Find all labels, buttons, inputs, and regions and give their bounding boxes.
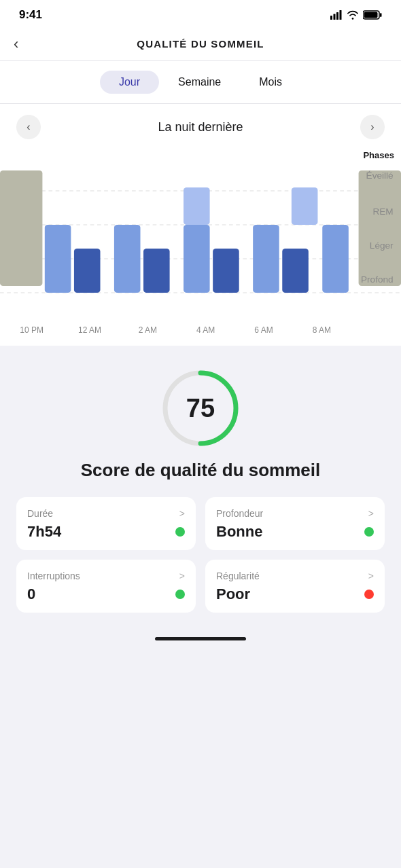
back-button[interactable]: ‹: [14, 35, 18, 53]
metric-header-regularite: Régularité >: [216, 571, 374, 581]
metric-card-duree[interactable]: Durée > 7h54: [16, 497, 196, 550]
signal-icon: [330, 10, 343, 20]
svg-text:Éveillé: Éveillé: [366, 171, 394, 181]
metric-label-interruptions: Interruptions: [27, 571, 80, 581]
svg-rect-20: [253, 225, 279, 293]
metric-value-row-interruptions: 0: [27, 585, 185, 603]
metric-chevron-regularite: >: [368, 571, 374, 581]
svg-rect-3: [340, 10, 342, 20]
metric-value-row-duree: 7h54: [27, 523, 185, 541]
tab-mois[interactable]: Mois: [240, 71, 301, 94]
svg-rect-23: [322, 225, 349, 293]
svg-text:Profond: Profond: [361, 275, 394, 285]
chart-container: Phases: [0, 150, 401, 346]
score-section: 75 Score de qualité du sommeil Durée > 7…: [0, 346, 401, 629]
status-icons: [330, 10, 382, 20]
svg-text:REM: REM: [372, 207, 393, 217]
metric-chevron-interruptions: >: [179, 571, 185, 581]
metric-chevron-duree: >: [179, 508, 185, 519]
chart-area: Éveillé REM Léger Profond: [0, 150, 401, 320]
svg-rect-11: [0, 170, 42, 286]
status-bar: 9:41: [0, 0, 401, 27]
tab-semaine[interactable]: Semaine: [159, 71, 240, 94]
metric-label-duree: Durée: [27, 508, 53, 519]
x-label-2: 2 AM: [119, 325, 177, 335]
metric-dot-profondeur: [364, 527, 374, 537]
status-time: 9:41: [19, 8, 42, 22]
page-title: QUALITÉ DU SOMMEIL: [137, 38, 264, 50]
svg-rect-5: [364, 12, 378, 18]
chart-section: ‹ La nuit dernière › Phases: [0, 104, 401, 346]
svg-rect-15: [114, 225, 141, 293]
tab-jour[interactable]: Jour: [100, 71, 159, 94]
metric-value-interruptions: 0: [27, 585, 35, 603]
svg-text:Léger: Léger: [370, 241, 394, 251]
svg-rect-1: [334, 14, 336, 20]
battery-icon: [363, 10, 382, 20]
metric-dot-interruptions: [175, 590, 185, 599]
metric-chevron-profondeur: >: [368, 508, 374, 519]
chart-svg: Éveillé REM Léger Profond: [0, 150, 401, 320]
metric-value-row-regularite: Poor: [216, 585, 374, 603]
metric-label-regularite: Régularité: [216, 571, 260, 581]
metric-card-regularite[interactable]: Régularité > Poor: [205, 560, 385, 613]
tab-bar: Jour Semaine Mois: [0, 61, 401, 104]
score-value: 75: [186, 394, 215, 423]
svg-rect-14: [74, 249, 101, 293]
x-label-4: 6 AM: [234, 325, 292, 335]
x-label-1: 12 AM: [60, 325, 118, 335]
metric-value-duree: 7h54: [27, 523, 61, 541]
metric-header-interruptions: Interruptions >: [27, 571, 185, 581]
svg-rect-2: [336, 12, 338, 20]
home-indicator: [0, 629, 401, 646]
chart-nav: ‹ La nuit dernière ›: [0, 115, 401, 139]
x-labels: 10 PM 12 AM 2 AM 4 AM 6 AM 8 AM: [0, 320, 353, 346]
next-arrow-button[interactable]: ›: [360, 115, 385, 139]
svg-rect-13: [45, 225, 71, 293]
wifi-icon: [347, 10, 359, 20]
metric-header-duree: Durée >: [27, 508, 185, 519]
metrics-grid: Durée > 7h54 Profondeur > Bonne Interrup…: [16, 497, 385, 613]
metric-label-profondeur: Profondeur: [216, 508, 263, 519]
metric-value-profondeur: Bonne: [216, 523, 262, 541]
svg-rect-12: [359, 170, 401, 286]
chart-title: La nuit dernière: [158, 120, 243, 134]
svg-rect-19: [213, 249, 239, 293]
home-bar: [155, 637, 246, 640]
metric-value-row-profondeur: Bonne: [216, 523, 374, 541]
metric-value-regularite: Poor: [216, 585, 250, 603]
svg-rect-17: [184, 225, 210, 293]
svg-rect-16: [143, 249, 170, 293]
header: ‹ QUALITÉ DU SOMMEIL: [0, 27, 401, 61]
svg-rect-0: [330, 16, 332, 20]
prev-arrow-button[interactable]: ‹: [16, 115, 41, 139]
score-title: Score de qualité du sommeil: [81, 460, 321, 481]
x-label-0: 10 PM: [3, 325, 60, 335]
svg-rect-6: [380, 13, 382, 17]
metric-dot-regularite: [364, 590, 374, 599]
svg-rect-22: [292, 187, 318, 225]
x-label-5: 8 AM: [293, 325, 351, 335]
metric-card-interruptions[interactable]: Interruptions > 0: [16, 560, 196, 613]
svg-rect-18: [184, 187, 210, 225]
metric-card-profondeur[interactable]: Profondeur > Bonne: [205, 497, 385, 550]
score-circle: 75: [160, 367, 241, 449]
metric-header-profondeur: Profondeur >: [216, 508, 374, 519]
x-label-3: 4 AM: [177, 325, 234, 335]
svg-rect-21: [282, 249, 309, 293]
metric-dot-duree: [175, 527, 185, 537]
